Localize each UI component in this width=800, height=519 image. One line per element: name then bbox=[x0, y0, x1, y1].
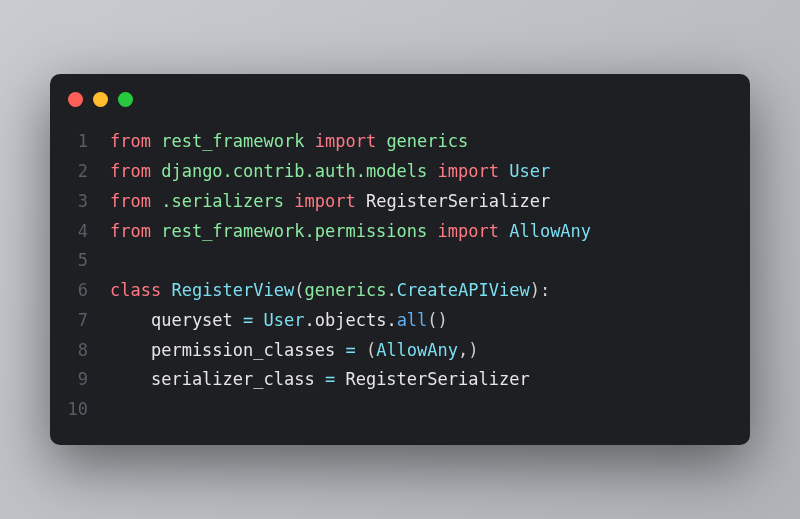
code-token: () bbox=[427, 310, 447, 330]
code-line: 7 queryset = User.objects.all() bbox=[50, 306, 750, 336]
code-token: all bbox=[397, 310, 428, 330]
code-token: User bbox=[509, 161, 550, 181]
close-icon[interactable] bbox=[68, 92, 83, 107]
code-token: RegisterSerializer bbox=[366, 191, 550, 211]
code-token: = bbox=[325, 369, 345, 389]
line-number: 7 bbox=[50, 306, 110, 336]
code-token: generics bbox=[386, 131, 468, 151]
line-number: 1 bbox=[50, 127, 110, 157]
line-content: from rest_framework.permissions import A… bbox=[110, 217, 591, 247]
code-token: = bbox=[345, 340, 365, 360]
code-token: serializer_class bbox=[110, 369, 325, 389]
line-number: 2 bbox=[50, 157, 110, 187]
minimize-icon[interactable] bbox=[93, 92, 108, 107]
code-token: AllowAny bbox=[376, 340, 458, 360]
code-token: rest_framework bbox=[161, 131, 315, 151]
code-token: import bbox=[315, 131, 387, 151]
maximize-icon[interactable] bbox=[118, 92, 133, 107]
code-line: 6class RegisterView(generics.CreateAPIVi… bbox=[50, 276, 750, 306]
code-token: import bbox=[438, 161, 510, 181]
code-token: ,) bbox=[458, 340, 478, 360]
code-token: = bbox=[243, 310, 263, 330]
code-token: django.contrib.auth.models bbox=[161, 161, 437, 181]
code-token: ( bbox=[366, 340, 376, 360]
line-number: 10 bbox=[50, 395, 110, 425]
code-line: 10 bbox=[50, 395, 750, 425]
code-line: 5 bbox=[50, 246, 750, 276]
code-token: RegisterSerializer bbox=[345, 369, 529, 389]
code-token: rest_framework.permissions bbox=[161, 221, 437, 241]
line-content: from .serializers import RegisterSeriali… bbox=[110, 187, 550, 217]
code-editor[interactable]: 1from rest_framework import generics2fro… bbox=[50, 117, 750, 425]
code-token: ( bbox=[294, 280, 304, 300]
code-token: ): bbox=[530, 280, 550, 300]
code-line: 3from .serializers import RegisterSerial… bbox=[50, 187, 750, 217]
line-number: 8 bbox=[50, 336, 110, 366]
code-line: 2from django.contrib.auth.models import … bbox=[50, 157, 750, 187]
line-content: from rest_framework import generics bbox=[110, 127, 468, 157]
line-number: 4 bbox=[50, 217, 110, 247]
code-line: 9 serializer_class = RegisterSerializer bbox=[50, 365, 750, 395]
line-content: queryset = User.objects.all() bbox=[110, 306, 448, 336]
line-content: permission_classes = (AllowAny,) bbox=[110, 336, 479, 366]
code-token: from bbox=[110, 161, 161, 181]
code-token: . bbox=[386, 280, 396, 300]
line-content: serializer_class = RegisterSerializer bbox=[110, 365, 530, 395]
line-content: class RegisterView(generics.CreateAPIVie… bbox=[110, 276, 550, 306]
code-token: class bbox=[110, 280, 171, 300]
code-token: import bbox=[294, 191, 366, 211]
code-token: queryset bbox=[110, 310, 243, 330]
code-token: RegisterView bbox=[171, 280, 294, 300]
code-token: generics bbox=[305, 280, 387, 300]
code-token: .objects. bbox=[305, 310, 397, 330]
code-token: .serializers bbox=[161, 191, 294, 211]
code-token: from bbox=[110, 131, 161, 151]
code-token: AllowAny bbox=[509, 221, 591, 241]
code-window: 1from rest_framework import generics2fro… bbox=[50, 74, 750, 445]
code-token: from bbox=[110, 191, 161, 211]
code-token: import bbox=[438, 221, 510, 241]
line-content: from django.contrib.auth.models import U… bbox=[110, 157, 550, 187]
line-number: 3 bbox=[50, 187, 110, 217]
code-line: 1from rest_framework import generics bbox=[50, 127, 750, 157]
code-token: from bbox=[110, 221, 161, 241]
line-number: 5 bbox=[50, 246, 110, 276]
code-token: permission_classes bbox=[110, 340, 345, 360]
code-token: User bbox=[264, 310, 305, 330]
line-number: 6 bbox=[50, 276, 110, 306]
code-line: 8 permission_classes = (AllowAny,) bbox=[50, 336, 750, 366]
code-line: 4from rest_framework.permissions import … bbox=[50, 217, 750, 247]
code-token: CreateAPIView bbox=[397, 280, 530, 300]
line-number: 9 bbox=[50, 365, 110, 395]
window-titlebar bbox=[50, 74, 750, 117]
